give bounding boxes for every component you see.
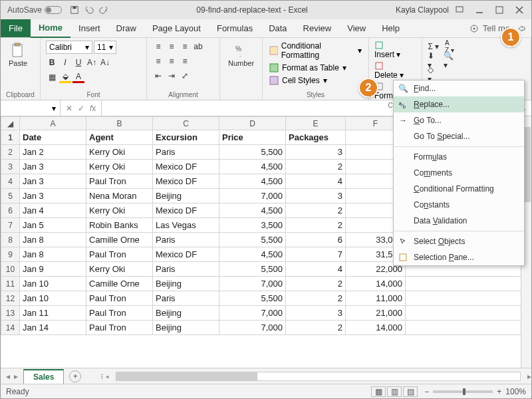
cell[interactable]: 4,500 (219, 174, 286, 189)
align-center-icon[interactable]: ≡ (166, 55, 178, 67)
clear-button[interactable]: ◇ ▾ (428, 68, 440, 80)
row-hdr[interactable]: 9 (1, 247, 20, 262)
cell[interactable] (406, 306, 531, 321)
col-C[interactable]: C (153, 117, 219, 130)
cell[interactable]: 5,500 (219, 145, 286, 160)
cell[interactable]: Paris (153, 233, 219, 247)
tab-file[interactable]: File (1, 19, 31, 37)
cell[interactable]: Jan 9 (20, 262, 86, 277)
dec-indent-icon[interactable]: ⇤ (152, 70, 164, 82)
undo-icon[interactable] (84, 5, 94, 15)
tab-data[interactable]: Data (261, 19, 295, 37)
row-hdr[interactable]: 1 (1, 130, 20, 145)
delete-cells-button[interactable]: Delete ▾ (374, 61, 406, 80)
ribbon-options-icon[interactable] (456, 6, 464, 14)
cell[interactable]: Mexico DF (153, 203, 219, 218)
cell[interactable]: Kerry Oki (86, 262, 153, 277)
save-icon[interactable] (70, 5, 79, 15)
cell[interactable]: 4,500 (219, 160, 286, 174)
header-cell[interactable]: Agent (86, 130, 153, 145)
italic-button[interactable]: I (59, 57, 71, 68)
menu-goto-special[interactable]: Go To Special... (394, 128, 524, 144)
cell[interactable]: Paris (153, 291, 219, 306)
cell[interactable]: Kerry Oki (86, 145, 153, 160)
cell[interactable]: Beijing (153, 277, 219, 291)
cell[interactable]: 4,500 (219, 203, 286, 218)
cell-styles-button[interactable]: Cell Styles ▾ (268, 75, 363, 86)
cell[interactable]: Kerry Oki (86, 203, 153, 218)
cell[interactable]: Jan 5 (20, 218, 86, 233)
menu-find[interactable]: 🔍Find... (394, 80, 524, 96)
cell[interactable]: 2 (286, 160, 346, 174)
font-name-select[interactable]: Calibri ▾ (46, 41, 92, 54)
cell[interactable]: Paul Tron (86, 247, 153, 262)
autosave-toggle[interactable] (45, 6, 62, 14)
row-hdr[interactable]: 6 (1, 203, 20, 218)
cell[interactable]: 2 (286, 321, 346, 335)
menu-selection-pane[interactable]: Selection Pane... (394, 249, 524, 265)
header-cell[interactable]: Packages (286, 130, 346, 145)
cell[interactable] (406, 291, 531, 306)
sheet-nav-next-icon[interactable]: ▸ (14, 372, 18, 381)
cell[interactable]: 14,000 (346, 277, 406, 291)
menu-select-objects[interactable]: Select Objects (394, 233, 524, 249)
paste-button[interactable]: Paste (6, 41, 30, 68)
align-right-icon[interactable]: ≡ (179, 55, 191, 67)
fill-color-button[interactable]: ⬙ (59, 71, 71, 83)
cell[interactable]: 2 (286, 291, 346, 306)
tab-draw[interactable]: Draw (108, 19, 144, 37)
cell[interactable]: Paul Tron (86, 174, 153, 189)
cell[interactable]: Mexico DF (153, 247, 219, 262)
align-mid-icon[interactable]: ≡ (166, 41, 178, 53)
insert-cells-button[interactable]: Insert ▾ (374, 41, 406, 59)
zoom-level[interactable]: 100% (505, 387, 526, 396)
cell[interactable]: Jan 11 (20, 306, 86, 321)
tab-home[interactable]: Home (31, 19, 70, 38)
cell[interactable]: 7,000 (219, 189, 286, 203)
col-B[interactable]: B (86, 117, 153, 130)
cell[interactable]: Jan 10 (20, 291, 86, 306)
cell[interactable]: 2 (286, 277, 346, 291)
cell[interactable]: 2 (286, 203, 346, 218)
row-hdr[interactable]: 7 (1, 218, 20, 233)
cell[interactable]: Robin Banks (86, 218, 153, 233)
tab-formulas[interactable]: Formulas (209, 19, 261, 37)
menu-comments[interactable]: Comments (394, 165, 524, 181)
add-sheet-button[interactable]: + (69, 370, 81, 382)
tab-insert[interactable]: Insert (70, 19, 108, 37)
row-hdr[interactable]: 11 (1, 277, 20, 291)
font-color-button[interactable]: A (72, 71, 84, 83)
cell[interactable]: 3 (286, 145, 346, 160)
menu-formulas[interactable]: Formulas (394, 149, 524, 165)
row-hdr[interactable]: 12 (1, 291, 20, 306)
menu-goto[interactable]: →Go To... (394, 112, 524, 128)
cell[interactable]: Mexico DF (153, 174, 219, 189)
row-hdr[interactable]: 2 (1, 145, 20, 160)
cancel-fx-icon[interactable]: ✕ (66, 104, 72, 113)
redo-icon[interactable] (99, 5, 108, 15)
cell[interactable]: 7,000 (219, 321, 286, 335)
cell[interactable]: 7 (286, 247, 346, 262)
header-cell[interactable]: Price (219, 130, 286, 145)
wrap-text-icon[interactable]: ab (192, 41, 204, 53)
cell[interactable]: Paul Tron (86, 321, 153, 335)
cell[interactable]: 6 (286, 233, 346, 247)
cell[interactable]: 2 (286, 218, 346, 233)
cell[interactable]: Jan 4 (20, 203, 86, 218)
find-select-button[interactable]: 🔍▾ (444, 55, 456, 66)
tab-page-layout[interactable]: Page Layout (144, 19, 209, 37)
tab-view[interactable]: View (339, 19, 374, 37)
header-cell[interactable]: Excursion (153, 130, 219, 145)
cell[interactable]: 4 (286, 262, 346, 277)
cell[interactable]: 5,500 (219, 291, 286, 306)
cell[interactable]: 7,000 (219, 277, 286, 291)
align-top-icon[interactable]: ≡ (152, 41, 164, 53)
cell[interactable]: 5,500 (219, 233, 286, 247)
cell[interactable]: Paul Tron (86, 306, 153, 321)
zoom-out-button[interactable]: − (424, 387, 429, 396)
cell[interactable]: 3 (286, 306, 346, 321)
cell[interactable]: Beijing (153, 321, 219, 335)
row-hdr[interactable]: 10 (1, 262, 20, 277)
cell[interactable]: Las Vegas (153, 218, 219, 233)
name-box[interactable]: ▾ (1, 100, 61, 116)
